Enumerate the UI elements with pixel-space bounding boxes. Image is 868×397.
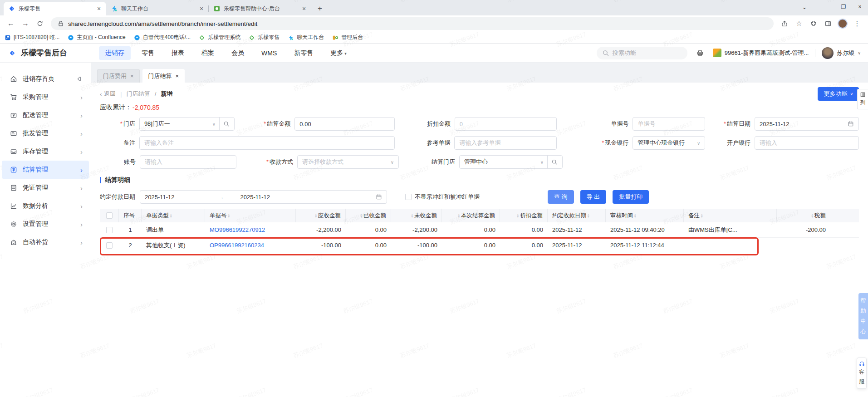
- page-tab-门店费用[interactable]: 门店费用×: [97, 69, 140, 83]
- nav-item-档案[interactable]: 档案: [195, 46, 221, 60]
- minimize-button[interactable]: —: [819, 0, 835, 14]
- sidebar-item-库存管理[interactable]: 库存管理›: [2, 142, 89, 161]
- tab-close-icon[interactable]: ×: [198, 5, 205, 12]
- page-tab-门店结算[interactable]: 门店结算×: [142, 69, 185, 83]
- due-date-range-input[interactable]: 2025-11-12 → 2025-11-12: [140, 190, 387, 204]
- side-panel-icon[interactable]: [822, 17, 834, 30]
- close-button[interactable]: ×: [852, 0, 868, 14]
- col-header[interactable]: 约定收款日期▴▾: [548, 209, 606, 222]
- export-button[interactable]: 导 出: [580, 190, 607, 204]
- sidebar-item-自动补货[interactable]: 自动补货›: [2, 233, 89, 251]
- range-start-date[interactable]: 2025-11-12: [145, 194, 175, 201]
- bookmark-item[interactable]: 聊天工作台: [288, 34, 324, 41]
- column-settings-tool[interactable]: 列: [857, 89, 868, 109]
- store-select[interactable]: 98|门店一 ∨: [139, 117, 235, 131]
- profile-avatar[interactable]: [836, 17, 849, 30]
- nav-item-零售[interactable]: 零售: [135, 46, 161, 60]
- address-bar[interactable]: sharec.lemengcloud.com/ama/settlement/br…: [51, 17, 774, 30]
- nav-item-进销存[interactable]: 进销存: [99, 46, 131, 60]
- calendar-icon[interactable]: [376, 194, 382, 200]
- remark-input[interactable]: 请输入备注: [139, 136, 395, 150]
- tab-close-icon[interactable]: ×: [130, 73, 134, 79]
- sidebar-item-数据分析[interactable]: 数据分析›: [2, 197, 89, 215]
- sort-icon[interactable]: ▴▾: [517, 213, 519, 218]
- nav-item-新零售[interactable]: 新零售: [288, 46, 319, 60]
- browser-tab[interactable]: 乐檬零售×: [4, 2, 106, 15]
- nav-item-会员[interactable]: 会员: [225, 46, 250, 60]
- sort-icon[interactable]: ▴▾: [701, 213, 703, 218]
- select-all-checkbox[interactable]: [100, 209, 119, 222]
- bookmark-item[interactable]: 自管代理400电话/...: [134, 34, 191, 41]
- browser-menu-icon[interactable]: ⋮: [851, 17, 863, 30]
- discount-amount-input[interactable]: 0: [455, 117, 557, 131]
- forward-icon[interactable]: →: [19, 17, 32, 30]
- back-icon[interactable]: ←: [5, 17, 17, 30]
- col-header[interactable]: ▴▾未收金额: [391, 209, 442, 222]
- account-input[interactable]: 请输入: [140, 155, 236, 169]
- bookmark-item[interactable]: 管理后台: [332, 34, 363, 41]
- sidebar-item-凭证管理[interactable]: 凭证管理›: [2, 179, 89, 197]
- back-link[interactable]: ‹ 返回: [100, 90, 116, 98]
- open-bank-input[interactable]: 请输入: [755, 136, 859, 150]
- maximize-button[interactable]: ❐: [835, 0, 852, 14]
- calendar-icon[interactable]: [848, 121, 854, 127]
- checkbox[interactable]: [405, 194, 412, 200]
- sort-icon[interactable]: ▴▾: [588, 213, 589, 218]
- search-icon[interactable]: [551, 159, 558, 165]
- share-icon[interactable]: [778, 17, 791, 30]
- bookmark-item[interactable]: [ITS-1087820] 唯...: [5, 34, 59, 41]
- bookmark-item[interactable]: 主页面 - Confluence: [68, 34, 125, 41]
- sort-icon[interactable]: ▴▾: [411, 213, 413, 218]
- doc-no-link[interactable]: OP99661992160234: [210, 242, 264, 249]
- sidebar-item-进销存首页[interactable]: 进销存首页: [2, 70, 89, 88]
- bookmark-item[interactable]: 乐檬零售: [249, 34, 280, 41]
- browser-tab[interactable]: 聊天工作台×: [106, 2, 209, 15]
- nav-item-更多[interactable]: 更多▾: [324, 46, 353, 60]
- nav-item-报表[interactable]: 报表: [165, 46, 191, 60]
- range-end-date[interactable]: 2025-11-12: [240, 194, 373, 201]
- pay-method-select[interactable]: 请选择收款方式 ∨: [297, 155, 399, 169]
- user-menu[interactable]: 苏尔银 ∨: [822, 47, 861, 59]
- brand[interactable]: 乐檬零售后台: [7, 48, 91, 58]
- printer-icon[interactable]: [694, 47, 706, 59]
- batch-print-button[interactable]: 批量打印: [613, 190, 649, 204]
- ref-doc-input[interactable]: 请输入参考单据: [454, 136, 556, 150]
- bookmark-star-icon[interactable]: ☆: [793, 17, 805, 30]
- store-selector[interactable]: 99661-新界面果蔬版测试-管理...: [713, 49, 809, 57]
- tab-search-icon[interactable]: ⌄: [798, 0, 811, 13]
- bookmark-item[interactable]: 乐檬管理系统: [199, 34, 240, 41]
- settle-store-select[interactable]: 管理中心 ∨: [459, 155, 563, 169]
- customer-service-tab[interactable]: 客服: [857, 358, 867, 389]
- reload-icon[interactable]: [34, 17, 46, 30]
- help-center-strip[interactable]: 帮助中心: [858, 293, 868, 339]
- row-checkbox[interactable]: [100, 227, 119, 233]
- breadcrumb-parent[interactable]: 门店结算: [127, 90, 150, 98]
- sort-icon[interactable]: ▴▾: [634, 213, 636, 218]
- row-checkbox[interactable]: [100, 242, 119, 249]
- col-header[interactable]: ▴▾已收金额: [346, 209, 391, 222]
- sort-icon[interactable]: ▴▾: [360, 213, 362, 218]
- browser-tab[interactable]: 乐檬零售帮助中心-后台×: [209, 2, 311, 15]
- sidebar-item-批发管理[interactable]: 批发管理›: [2, 124, 89, 142]
- tab-close-icon[interactable]: ×: [95, 5, 103, 12]
- col-header[interactable]: 备注▴▾: [684, 209, 777, 222]
- sidebar-item-配送管理[interactable]: 配送管理›: [2, 106, 89, 124]
- search-icon[interactable]: [223, 121, 230, 127]
- nav-item-WMS[interactable]: WMS: [255, 47, 283, 59]
- sort-icon[interactable]: ▴▾: [315, 213, 317, 218]
- sidebar-item-采购管理[interactable]: 采购管理›: [2, 88, 89, 106]
- sort-icon[interactable]: ▴▾: [811, 213, 813, 218]
- tab-close-icon[interactable]: ×: [300, 5, 308, 12]
- function-search-input[interactable]: 搜索功能: [597, 47, 687, 59]
- sidebar-item-结算管理[interactable]: 结算管理›: [2, 161, 89, 179]
- sort-icon[interactable]: ▴▾: [228, 213, 230, 218]
- col-header[interactable]: 单据号▴▾: [205, 209, 296, 222]
- col-header[interactable]: ▴▾本次结算金额: [442, 209, 500, 222]
- doc-no-input[interactable]: 单据号: [633, 117, 705, 131]
- col-header[interactable]: 审核时间▴▾: [606, 209, 684, 222]
- new-tab-button[interactable]: +: [314, 3, 326, 15]
- sidebar-item-设置管理[interactable]: 设置管理›: [2, 215, 89, 233]
- hide-reversed-checkbox[interactable]: 不显示冲红和被冲红单据: [405, 193, 480, 201]
- sort-icon[interactable]: ▴▾: [458, 213, 460, 218]
- settle-date-input[interactable]: 2025-11-12: [755, 117, 859, 131]
